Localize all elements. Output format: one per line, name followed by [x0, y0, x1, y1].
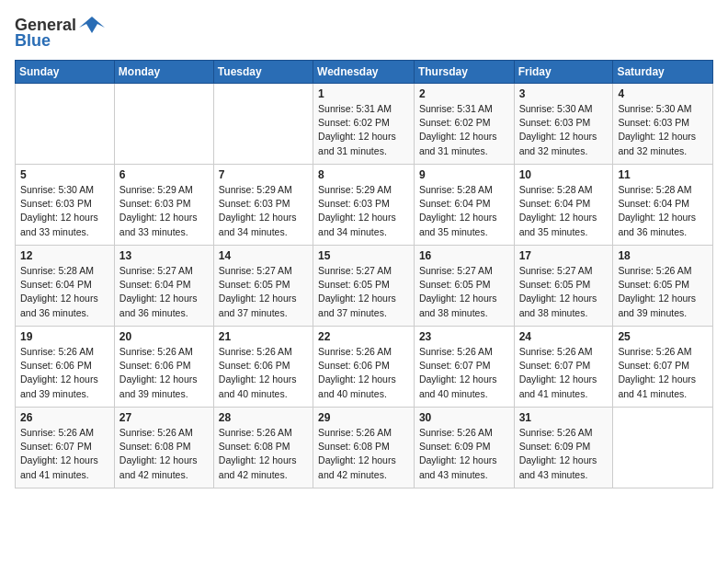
day-number: 27: [119, 411, 209, 424]
calendar-cell: 23Sunrise: 5:26 AMSunset: 6:07 PMDayligh…: [414, 327, 514, 408]
calendar-cell: 10Sunrise: 5:28 AMSunset: 6:04 PMDayligh…: [514, 165, 613, 246]
calendar-cell: 1Sunrise: 5:31 AMSunset: 6:02 PMDaylight…: [313, 84, 415, 165]
day-info: Sunrise: 5:26 AMSunset: 6:06 PMDaylight:…: [20, 345, 109, 401]
calendar-cell: 16Sunrise: 5:27 AMSunset: 6:05 PMDayligh…: [414, 246, 514, 327]
calendar-week-5: 26Sunrise: 5:26 AMSunset: 6:07 PMDayligh…: [16, 408, 713, 488]
calendar-cell: 12Sunrise: 5:28 AMSunset: 6:04 PMDayligh…: [16, 246, 115, 327]
calendar-cell: 4Sunrise: 5:30 AMSunset: 6:03 PMDaylight…: [613, 84, 713, 165]
day-number: 10: [519, 168, 609, 181]
day-number: 26: [20, 411, 109, 424]
weekday-header-thursday: Thursday: [414, 61, 514, 84]
day-info: Sunrise: 5:26 AMSunset: 6:08 PMDaylight:…: [219, 426, 308, 482]
day-info: Sunrise: 5:29 AMSunset: 6:03 PMDaylight:…: [219, 183, 308, 239]
day-info: Sunrise: 5:27 AMSunset: 6:04 PMDaylight:…: [119, 264, 209, 320]
weekday-header-monday: Monday: [114, 61, 213, 84]
page-header: General Blue: [15, 15, 713, 51]
calendar-cell: 9Sunrise: 5:28 AMSunset: 6:04 PMDaylight…: [414, 165, 514, 246]
calendar-cell: 8Sunrise: 5:29 AMSunset: 6:03 PMDaylight…: [313, 165, 415, 246]
day-info: Sunrise: 5:30 AMSunset: 6:03 PMDaylight:…: [20, 183, 109, 239]
calendar-cell: 19Sunrise: 5:26 AMSunset: 6:06 PMDayligh…: [16, 327, 115, 408]
calendar-cell: 31Sunrise: 5:26 AMSunset: 6:09 PMDayligh…: [514, 408, 613, 488]
calendar-week-2: 5Sunrise: 5:30 AMSunset: 6:03 PMDaylight…: [16, 165, 713, 246]
calendar-cell: 11Sunrise: 5:28 AMSunset: 6:04 PMDayligh…: [613, 165, 713, 246]
day-number: 2: [419, 87, 509, 100]
calendar-cell: 13Sunrise: 5:27 AMSunset: 6:04 PMDayligh…: [114, 246, 213, 327]
calendar-cell: 2Sunrise: 5:31 AMSunset: 6:02 PMDaylight…: [414, 84, 514, 165]
day-number: 5: [20, 168, 109, 181]
day-number: 21: [219, 330, 308, 343]
day-number: 16: [419, 249, 509, 262]
day-number: 7: [219, 168, 308, 181]
calendar-cell: 5Sunrise: 5:30 AMSunset: 6:03 PMDaylight…: [16, 165, 115, 246]
day-number: 11: [618, 168, 708, 181]
logo-blue-text: Blue: [15, 31, 51, 51]
weekday-header-saturday: Saturday: [613, 61, 713, 84]
day-number: 8: [318, 168, 409, 181]
day-info: Sunrise: 5:26 AMSunset: 6:06 PMDaylight:…: [219, 345, 308, 401]
day-info: Sunrise: 5:28 AMSunset: 6:04 PMDaylight:…: [519, 183, 609, 239]
weekday-header-tuesday: Tuesday: [213, 61, 313, 84]
calendar-cell: [213, 84, 313, 165]
day-info: Sunrise: 5:26 AMSunset: 6:08 PMDaylight:…: [119, 426, 209, 482]
calendar-cell: [613, 408, 713, 488]
calendar-cell: 22Sunrise: 5:26 AMSunset: 6:06 PMDayligh…: [313, 327, 415, 408]
day-info: Sunrise: 5:30 AMSunset: 6:03 PMDaylight:…: [618, 102, 708, 158]
day-number: 25: [618, 330, 708, 343]
day-info: Sunrise: 5:26 AMSunset: 6:06 PMDaylight:…: [119, 345, 209, 401]
day-info: Sunrise: 5:26 AMSunset: 6:09 PMDaylight:…: [519, 426, 609, 482]
day-info: Sunrise: 5:26 AMSunset: 6:07 PMDaylight:…: [618, 345, 708, 401]
calendar-cell: 6Sunrise: 5:29 AMSunset: 6:03 PMDaylight…: [114, 165, 213, 246]
calendar-cell: 7Sunrise: 5:29 AMSunset: 6:03 PMDaylight…: [213, 165, 313, 246]
day-number: 31: [519, 411, 609, 424]
day-info: Sunrise: 5:31 AMSunset: 6:02 PMDaylight:…: [318, 102, 409, 158]
day-info: Sunrise: 5:27 AMSunset: 6:05 PMDaylight:…: [318, 264, 409, 320]
logo-bird-icon: [79, 15, 105, 35]
calendar-cell: 26Sunrise: 5:26 AMSunset: 6:07 PMDayligh…: [16, 408, 115, 488]
day-info: Sunrise: 5:30 AMSunset: 6:03 PMDaylight:…: [519, 102, 609, 158]
calendar-cell: 20Sunrise: 5:26 AMSunset: 6:06 PMDayligh…: [114, 327, 213, 408]
day-info: Sunrise: 5:27 AMSunset: 6:05 PMDaylight:…: [219, 264, 308, 320]
day-info: Sunrise: 5:26 AMSunset: 6:07 PMDaylight:…: [519, 345, 609, 401]
calendar-cell: 29Sunrise: 5:26 AMSunset: 6:08 PMDayligh…: [313, 408, 415, 488]
calendar-cell: 28Sunrise: 5:26 AMSunset: 6:08 PMDayligh…: [213, 408, 313, 488]
day-number: 30: [419, 411, 509, 424]
day-info: Sunrise: 5:29 AMSunset: 6:03 PMDaylight:…: [119, 183, 209, 239]
calendar-cell: 17Sunrise: 5:27 AMSunset: 6:05 PMDayligh…: [514, 246, 613, 327]
day-number: 12: [20, 249, 109, 262]
weekday-header-sunday: Sunday: [16, 61, 115, 84]
day-info: Sunrise: 5:26 AMSunset: 6:07 PMDaylight:…: [20, 426, 109, 482]
calendar-cell: 14Sunrise: 5:27 AMSunset: 6:05 PMDayligh…: [213, 246, 313, 327]
calendar-week-1: 1Sunrise: 5:31 AMSunset: 6:02 PMDaylight…: [16, 84, 713, 165]
day-info: Sunrise: 5:26 AMSunset: 6:06 PMDaylight:…: [318, 345, 409, 401]
day-number: 1: [318, 87, 409, 100]
day-info: Sunrise: 5:28 AMSunset: 6:04 PMDaylight:…: [419, 183, 509, 239]
day-info: Sunrise: 5:26 AMSunset: 6:09 PMDaylight:…: [419, 426, 509, 482]
calendar-table: SundayMondayTuesdayWednesdayThursdayFrid…: [15, 60, 713, 488]
calendar-cell: [16, 84, 115, 165]
day-number: 18: [618, 249, 708, 262]
day-info: Sunrise: 5:26 AMSunset: 6:08 PMDaylight:…: [318, 426, 409, 482]
day-number: 17: [519, 249, 609, 262]
calendar-cell: 25Sunrise: 5:26 AMSunset: 6:07 PMDayligh…: [613, 327, 713, 408]
calendar-cell: [114, 84, 213, 165]
day-number: 22: [318, 330, 409, 343]
day-number: 19: [20, 330, 109, 343]
day-number: 20: [119, 330, 209, 343]
day-number: 14: [219, 249, 308, 262]
calendar-cell: 24Sunrise: 5:26 AMSunset: 6:07 PMDayligh…: [514, 327, 613, 408]
day-info: Sunrise: 5:26 AMSunset: 6:07 PMDaylight:…: [419, 345, 509, 401]
day-info: Sunrise: 5:28 AMSunset: 6:04 PMDaylight:…: [618, 183, 708, 239]
weekday-header-friday: Friday: [514, 61, 613, 84]
day-number: 28: [219, 411, 308, 424]
day-number: 29: [318, 411, 409, 424]
day-number: 4: [618, 87, 708, 100]
day-info: Sunrise: 5:27 AMSunset: 6:05 PMDaylight:…: [419, 264, 509, 320]
day-info: Sunrise: 5:28 AMSunset: 6:04 PMDaylight:…: [20, 264, 109, 320]
day-info: Sunrise: 5:31 AMSunset: 6:02 PMDaylight:…: [419, 102, 509, 158]
day-info: Sunrise: 5:27 AMSunset: 6:05 PMDaylight:…: [519, 264, 609, 320]
calendar-week-4: 19Sunrise: 5:26 AMSunset: 6:06 PMDayligh…: [16, 327, 713, 408]
day-number: 13: [119, 249, 209, 262]
logo: General Blue: [15, 15, 105, 51]
day-info: Sunrise: 5:29 AMSunset: 6:03 PMDaylight:…: [318, 183, 409, 239]
calendar-cell: 21Sunrise: 5:26 AMSunset: 6:06 PMDayligh…: [213, 327, 313, 408]
